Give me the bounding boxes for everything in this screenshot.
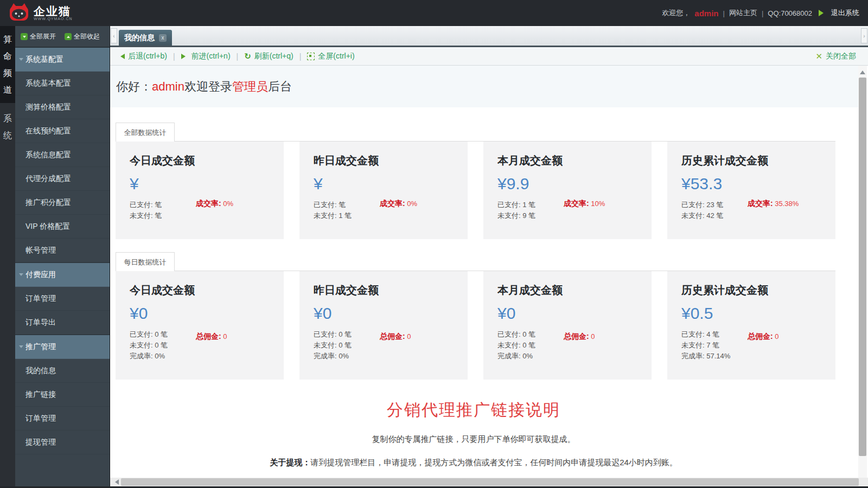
sidebar-item-online-booking-config[interactable]: 在线预约配置 (15, 119, 110, 143)
unpaid-line: 未支付: 7 笔 (681, 340, 835, 351)
sidebar-item-system-basic-config[interactable]: 系统基本配置 (15, 72, 110, 95)
tab-bar: ‹ 我的信息 x › (110, 26, 868, 47)
card-title: 本月成交金额 (497, 153, 652, 168)
back-button[interactable]: 后退(ctrl+b) (118, 52, 167, 61)
unpaid-line: 未支付: 0 笔 (314, 340, 468, 351)
commission-line: 总佣金: 0 (748, 332, 779, 342)
scroll-up-arrow-icon[interactable] (860, 68, 865, 74)
sidebar-item-pricing-config[interactable]: 测算价格配置 (15, 95, 110, 119)
unpaid-line: 未支付: 9 笔 (497, 210, 652, 221)
toolbar: 后退(ctrl+b) | 前进(ctrl+n) | ↻ 刷新(ctrl+q) |… (110, 47, 868, 66)
channel-item-fortune[interactable]: 算命频道 (0, 26, 15, 103)
sidebar-item-agent-share-config[interactable]: 代理分成配置 (15, 167, 110, 191)
sidebar-actions: 全部展开 全部收起 (15, 26, 110, 47)
rate-line: 成交率: 10% (564, 199, 605, 209)
qq-contact: QQ:70068002 (768, 9, 812, 17)
logout-button[interactable]: 退出系统 (831, 8, 859, 18)
complete-line: 完成率: 57.14% (681, 351, 835, 362)
fullscreen-button[interactable]: 全屏(ctrl+i) (307, 52, 354, 61)
tab-all-data-stats[interactable]: 全部数据统计 (116, 123, 175, 142)
sidebar: 全部展开 全部收起 系统基配置 系统基本配置 测算价格配置 在线预约配置 系统信… (15, 26, 110, 488)
commission-label: 总佣金: (196, 332, 221, 341)
rate-label: 成交率: (748, 199, 773, 208)
collapse-all-button[interactable]: 全部收起 (65, 32, 100, 41)
sidebar-item-order-management-2[interactable]: 订单管理 (15, 407, 110, 431)
back-arrow-icon (118, 54, 125, 59)
brand-name: 企业猫 (34, 6, 73, 17)
stats-daily-cards: 今日成交金额 ¥0 已支付: 0 笔 未支付: 0 笔 完成率: 0% 总佣金:… (116, 271, 835, 380)
close-all-label: 关闭全部 (826, 52, 856, 61)
commission-value: 0 (591, 332, 595, 341)
stats-all-section: 全部数据统计 今日成交金额 ¥ 已支付: 笔 未支付: 笔 成交率: 0% (110, 123, 835, 239)
tab-close-icon[interactable]: x (159, 34, 167, 42)
sidebar-item-order-export[interactable]: 订单导出 (15, 311, 110, 335)
tab-my-info[interactable]: 我的信息 x (119, 30, 172, 46)
card-amount: ¥0 (497, 304, 652, 323)
horizontal-scrollbar-thumb[interactable] (121, 478, 859, 486)
sidebar-item-order-management[interactable]: 订单管理 (15, 287, 110, 311)
promo-line2: 关于提现：请到提现管理栏目，申请提现，提现方式为微信或者支付宝，任何时间内申请提… (110, 458, 837, 468)
sidebar-item-vip-price-config[interactable]: VIP 价格配置 (15, 215, 110, 239)
close-all-button[interactable]: ✕ 关闭全部 (815, 52, 856, 61)
sidebar-group-promotion-management[interactable]: 推广管理 (15, 335, 110, 359)
promo-title: 分销代理推广链接说明 (110, 399, 837, 421)
card-amount: ¥0 (130, 304, 284, 323)
rate-label: 成交率: (380, 199, 405, 208)
tab-daily-data-stats[interactable]: 每日数据统计 (116, 252, 175, 271)
header-user-area: 欢迎您， admin | 网站主页 | QQ:70068002 退出系统 (662, 8, 859, 18)
card-amount: ¥ (130, 175, 284, 193)
stat-card-today: 今日成交金额 ¥ 已支付: 笔 未支付: 笔 成交率: 0% (116, 142, 284, 239)
scroll-left-arrow-icon[interactable] (112, 479, 119, 485)
sidebar-item-system-info-config[interactable]: 系统信息配置 (15, 143, 110, 167)
expand-all-label: 全部展开 (30, 32, 56, 41)
sidebar-item-promo-points-config[interactable]: 推广积分配置 (15, 191, 110, 215)
tab-scroll-right-button[interactable]: › (861, 28, 867, 43)
tab-scroll-left-button[interactable]: ‹ (111, 28, 117, 43)
sidebar-item-promo-links[interactable]: 推广链接 (15, 383, 110, 407)
card-title: 今日成交金额 (130, 153, 284, 168)
sidebar-item-account-management[interactable]: 帐号管理 (15, 239, 110, 262)
vertical-scrollbar-thumb[interactable] (859, 78, 866, 456)
separator: | (237, 52, 239, 61)
card-title: 今日成交金额 (130, 283, 284, 298)
expand-all-button[interactable]: 全部展开 (21, 32, 56, 41)
site-home-link[interactable]: 网站主页 (729, 8, 757, 18)
card-amount: ¥ (314, 175, 468, 193)
forward-button[interactable]: 前进(ctrl+n) (181, 52, 231, 61)
commission-value: 0 (407, 332, 411, 341)
unpaid-line: 未支付: 0 笔 (130, 340, 284, 351)
complete-line: 完成率: 0% (314, 351, 468, 362)
channel-item-system[interactable]: 系统 (0, 105, 15, 149)
greeting-middle: 欢迎登录 (184, 79, 232, 95)
complete-line: 完成率: 0% (497, 351, 652, 362)
horizontal-scrollbar[interactable] (110, 478, 868, 486)
commission-line: 总佣金: 0 (564, 332, 595, 342)
stat-card-month: 本月成交金额 ¥9.9 已支付: 1 笔 未支付: 9 笔 成交率: 10% (483, 142, 652, 239)
rate-label: 成交率: (196, 199, 221, 208)
sidebar-group-system-base-config[interactable]: 系统基配置 (15, 47, 110, 72)
unpaid-line: 未支付: 1 笔 (314, 210, 468, 221)
promo-note-text: 请到提现管理栏目，申请提现，提现方式为微信或者支付宝，任何时间内申请提现最迟24… (310, 458, 678, 467)
vertical-scrollbar[interactable] (858, 66, 867, 478)
brand-logo[interactable]: 企业猫 WWW.QYMAO.CN (9, 3, 73, 23)
back-label: 后退(ctrl+b) (128, 52, 167, 61)
daily-card-yesterday: 昨日成交金额 ¥0 已支付: 0 笔 未支付: 0 笔 完成率: 0% 总佣金:… (299, 271, 468, 380)
top-header: 企业猫 WWW.QYMAO.CN 欢迎您， admin | 网站主页 | QQ:… (0, 0, 868, 26)
card-amount: ¥9.9 (497, 175, 652, 193)
fullscreen-icon (307, 53, 315, 60)
refresh-button[interactable]: ↻ 刷新(ctrl+q) (244, 52, 293, 61)
sidebar-group-paid-apps[interactable]: 付费应用 (15, 262, 110, 287)
refresh-label: 刷新(ctrl+q) (254, 52, 293, 61)
rate-value: 0% (407, 200, 417, 208)
promo-section: 分销代理推广链接说明 复制你的专属推广链接，只要用户下单你即可获取提成。 关于提… (110, 399, 837, 468)
fullscreen-label: 全屏(ctrl+i) (318, 52, 354, 61)
card-title: 昨日成交金额 (314, 283, 468, 298)
daily-card-history: 历史累计成交金额 ¥0.5 已支付: 4 笔 未支付: 7 笔 完成率: 57.… (667, 271, 835, 380)
card-title: 历史累计成交金额 (681, 153, 835, 168)
daily-card-month: 本月成交金额 ¥0 已支付: 0 笔 未支付: 0 笔 完成率: 0% 总佣金:… (483, 271, 652, 380)
separator: | (723, 9, 725, 17)
card-title: 昨日成交金额 (314, 153, 468, 168)
greeting-banner: 你好： admin 欢迎登录 管理员 后台 (110, 66, 858, 107)
sidebar-item-my-info[interactable]: 我的信息 (15, 359, 110, 383)
sidebar-item-withdraw-management[interactable]: 提现管理 (15, 431, 110, 454)
